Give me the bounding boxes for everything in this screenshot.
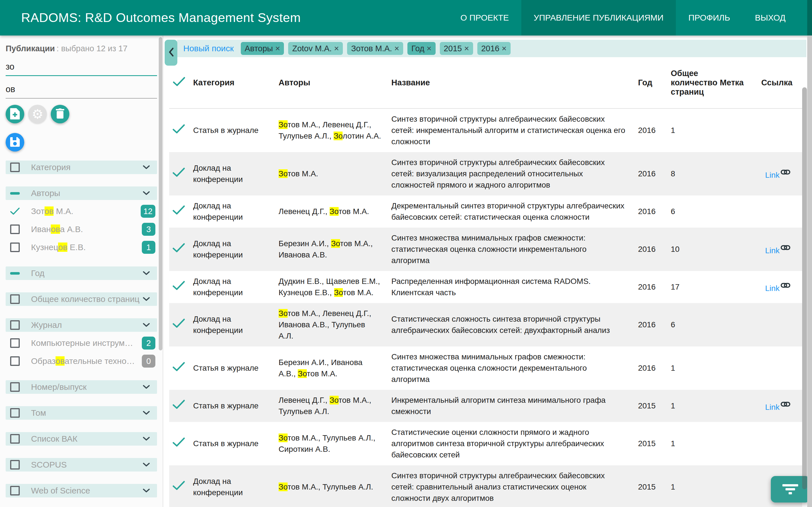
nav-profile[interactable]: ПРОФИЛЬ [676, 0, 742, 36]
save-button[interactable] [6, 133, 24, 152]
table-row[interactable]: Статья в журналеБерезин А.И., Иванова А.… [169, 346, 802, 390]
highlight: Зо [278, 169, 288, 178]
checkbox-unchecked[interactable] [10, 408, 20, 418]
filter-section-header[interactable]: Номер/выпуск [6, 380, 157, 394]
close-icon[interactable]: × [464, 44, 469, 53]
search-chip[interactable]: Авторы× [241, 42, 284, 55]
table-row[interactable]: Доклад на конференцииБерезин А.И., Зотов… [169, 228, 802, 271]
chevron-down-icon[interactable] [142, 436, 150, 441]
filter-section-header[interactable]: Авторы [6, 186, 157, 200]
filter-section-header[interactable]: Год [6, 267, 157, 280]
new-search-link[interactable]: Новый поиск [183, 44, 234, 53]
row-check-icon[interactable] [172, 481, 185, 494]
col-link[interactable]: Ссылка [755, 78, 802, 87]
filter-section-header[interactable]: SCOPUS [6, 458, 157, 471]
row-check-icon[interactable] [172, 362, 185, 375]
chevron-down-icon[interactable] [142, 297, 150, 302]
checkbox-unchecked[interactable] [10, 224, 20, 234]
filter-input-1[interactable] [6, 58, 157, 76]
filter-section-header[interactable]: Категория [6, 161, 157, 174]
close-icon[interactable]: × [334, 44, 339, 53]
checkbox-unchecked[interactable] [10, 242, 20, 252]
filter-input-2[interactable] [6, 80, 157, 99]
filter-section-header[interactable]: Том [6, 406, 157, 420]
col-pages[interactable]: Общее количество страниц [665, 69, 714, 97]
chevron-down-icon[interactable] [142, 488, 150, 493]
checkbox-unchecked[interactable] [10, 486, 20, 496]
chevron-down-icon[interactable] [142, 165, 150, 170]
nav-publications[interactable]: УПРАВЛЕНИЕ ПУБЛИКАЦИЯМИ [521, 0, 676, 36]
col-authors[interactable]: Авторы [278, 78, 391, 87]
checkbox-unchecked[interactable] [10, 320, 20, 330]
page-scrollbar[interactable] [807, 36, 812, 507]
checkbox-indeterminate[interactable] [10, 188, 20, 198]
table-scrollbar-thumb[interactable] [802, 87, 807, 489]
add-publication-button[interactable] [6, 105, 24, 123]
close-icon[interactable]: × [275, 44, 280, 53]
sidebar-scrollbar[interactable] [159, 37, 162, 350]
publication-link[interactable]: Link [765, 246, 779, 255]
filter-item[interactable]: Зотов М.А.12 [6, 205, 157, 218]
filter-item[interactable]: Иванова А.В.3 [6, 223, 157, 236]
filter-item[interactable]: Компьютерные инструм…2 [6, 336, 157, 350]
filter-section-header[interactable]: Общее количество страниц [6, 292, 157, 306]
checkbox-checked[interactable] [10, 207, 20, 216]
checkbox-unchecked[interactable] [10, 434, 20, 444]
collapse-sidebar-button[interactable] [165, 40, 177, 66]
close-icon[interactable]: × [502, 44, 507, 53]
row-check-icon[interactable] [172, 205, 185, 218]
chevron-down-icon[interactable] [142, 385, 150, 390]
filter-section-header[interactable]: Журнал [6, 318, 157, 332]
filter-section-header[interactable]: Список ВАК [6, 432, 157, 446]
table-row[interactable]: Доклад на конференцииДудкин Е.В., Щавеле… [169, 271, 802, 303]
checkbox-unchecked[interactable] [10, 338, 20, 348]
delete-button[interactable] [51, 105, 69, 123]
close-icon[interactable]: × [426, 44, 432, 53]
col-title[interactable]: Название [391, 78, 632, 87]
row-check-icon[interactable] [172, 281, 185, 293]
checkbox-unchecked[interactable] [10, 382, 20, 392]
search-chip[interactable]: 2015× [440, 42, 473, 55]
chevron-down-icon[interactable] [142, 323, 150, 328]
checkbox-unchecked[interactable] [10, 460, 20, 469]
search-chip[interactable]: Год× [407, 42, 436, 55]
table-row[interactable]: Статья в журналеЗотов М.А., Тулупьев А.Л… [169, 422, 802, 465]
filter-item[interactable]: Образовательные техно…0 [6, 354, 157, 368]
row-check-icon[interactable] [172, 243, 185, 256]
filter-section-header[interactable]: Web of Science [6, 484, 157, 497]
table-row[interactable]: Доклад на конференцииЗотов М.А., Левенец… [169, 303, 802, 346]
row-check-icon[interactable] [172, 400, 185, 412]
chevron-down-icon[interactable] [142, 410, 150, 415]
row-check-icon[interactable] [172, 438, 185, 450]
table-row[interactable]: Доклад на конференцииЛевенец Д.Г., Зотов… [169, 195, 802, 228]
table-row[interactable]: Статья в журналеЗотов М.А., Левенец Д.Г.… [169, 109, 802, 152]
table-row[interactable]: Статья в журналеЛевенец Д.Г., Зотов М.А.… [169, 390, 802, 422]
col-label[interactable]: Метка [714, 78, 755, 87]
publication-link[interactable]: Link [765, 403, 779, 411]
col-year[interactable]: Год [632, 78, 665, 87]
col-category[interactable]: Категория [193, 78, 278, 87]
chevron-down-icon[interactable] [142, 462, 150, 467]
nav-logout[interactable]: ВЫХОД [742, 0, 798, 36]
search-chip[interactable]: 2016× [477, 42, 511, 55]
filter-item[interactable]: Кузнецов Е.В.1 [6, 240, 157, 254]
publication-link[interactable]: Link [765, 171, 779, 179]
settings-button[interactable]: ⚙ [28, 105, 47, 123]
row-check-icon[interactable] [172, 124, 185, 137]
checkbox-unchecked[interactable] [10, 163, 20, 172]
nav-about[interactable]: О ПРОЕКТЕ [448, 0, 521, 36]
chevron-down-icon[interactable] [142, 271, 150, 276]
publication-link[interactable]: Link [765, 284, 779, 293]
chevron-down-icon[interactable] [142, 191, 150, 196]
search-chip[interactable]: Зотов М.А.× [347, 42, 403, 55]
table-row[interactable]: Доклад на конференцииЗотов М.А.Синтез вт… [169, 152, 802, 195]
checkbox-indeterminate[interactable] [10, 269, 20, 278]
row-check-icon[interactable] [172, 168, 185, 180]
checkbox-unchecked[interactable] [10, 294, 20, 304]
row-check-icon[interactable] [172, 319, 185, 331]
check-icon[interactable] [172, 76, 186, 89]
search-chip[interactable]: Zotov M.A.× [288, 42, 343, 55]
close-icon[interactable]: × [394, 44, 399, 53]
checkbox-unchecked[interactable] [10, 356, 20, 366]
table-row[interactable]: Доклад на конференцииЗотов М.А., Тулупье… [169, 465, 802, 507]
